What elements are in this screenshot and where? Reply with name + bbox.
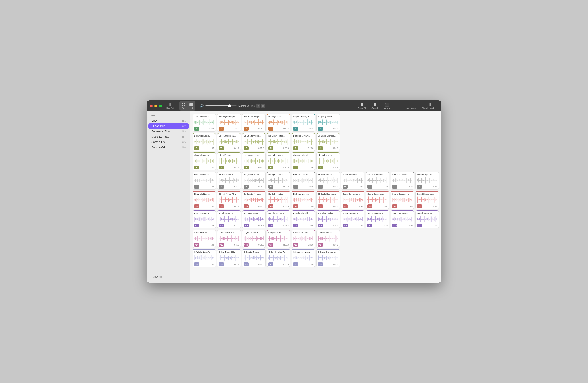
content-area: 2 minute drone w... 1 19:16 Remington 50… [190,111,441,283]
sidebar-item-ellicott[interactable]: Ellicott Mills... ⌘2 [148,124,189,129]
sidebar-item-rehearsal[interactable]: Rehearsal Flow ⌘3 [148,129,189,134]
pause-icon: ⏸ [360,103,364,106]
sound-tile[interactable]: Bb Half Notes 70... ⌥2 0:41.2 [217,191,241,209]
sound-tile[interactable]: Sound Sequence... . 2:43 [391,172,414,190]
sound-tile[interactable]: 2 minute drone w... 1 19:16 [193,114,216,132]
sound-tile[interactable]: Eb Quarter Notes... C 0:25.6 [242,172,266,190]
sound-tile[interactable]: G Whole Notes 7... ⌥Z 1:05 [193,249,216,267]
sound-tile[interactable]: Ab Quarter Notes... D 0:25.6 [242,152,266,170]
sound-tile[interactable]: Bb Scale Mini wit... ⌥5 0:19.4 [292,191,315,209]
waveform [194,254,214,262]
list-view-button[interactable]: List [188,102,195,110]
sound-tile[interactable]: G Scale Mini with... ⌥B 0:26.6 [292,249,315,267]
stop-all-button[interactable]: ⏹ Stop All [369,102,380,110]
sound-tile[interactable]: Ab Scale Exercise... H 0:30.9 [316,152,340,170]
sound-tile[interactable]: C Half Notes 70b... ⌥S 0:41.2 [217,230,241,248]
sound-tile[interactable]: F Eighth Notes 70... ⌥R 0:25.3 [267,211,290,228]
sound-tile[interactable]: Db Quarter Notes... E 0:25.6 [242,133,266,151]
sound-tile[interactable]: Remington 50bpm 2 1:28 [217,114,241,132]
sound-tile[interactable]: F Half Notes 70b... ⌥W 0:41.2 [217,211,241,228]
sound-tile[interactable]: Sound Sequence... ⌥8 2:42 [366,191,389,209]
sound-tile[interactable]: Ab Whole Notes... A 1:05 [193,152,216,170]
sound-tile[interactable]: Eb Whole Notes... Z 1:05 [193,172,216,190]
tile-duration: 0:26.6 [308,263,313,265]
sound-tile[interactable]: Sound Sequence... ⌥0 2:40 [415,191,439,209]
sound-tile[interactable]: Ab Scale Mini wit... G 0:26.6 [292,152,315,170]
sound-tile[interactable]: Db Scale Exercise... Y 0:30.9 [316,133,340,151]
volume-slider[interactable] [206,106,237,106]
ab-b-button[interactable]: B [261,104,265,108]
tile-duration: 0:25.3 [283,166,289,169]
new-set-button[interactable]: + New Set [150,275,163,278]
sound-tile[interactable]: Bb Quarter Notes... ⌥3 0:25.6 [242,191,266,209]
sound-tile[interactable]: C Scale Exercise i... ⌥H 0:30.9 [316,230,340,248]
sound-tile[interactable]: Ab Eighth Notes... F 0:25.3 [267,152,290,170]
tile-duration: 0:41.2 [234,263,239,265]
sound-tile[interactable]: G Eighth Notes 7... ⌥V 0:25.3 [267,249,290,267]
sound-tile[interactable]: Sound Sequence... ⌥9 2:45 [391,191,414,209]
sidebar-item-dnd[interactable]: DnD ⌘1 [148,118,189,124]
show-inspector-button[interactable]: Show Inspector [419,102,438,110]
sidebar-item-sample-list[interactable]: Sample List... ⌘5 [148,139,189,145]
sound-tile[interactable]: C Scale Mini with... ⌥G 0:26.6 [292,230,315,248]
sound-tile[interactable]: Ab Half Notes 70... S 0:41.2 [217,152,241,170]
minimize-button[interactable] [154,105,157,107]
tile-key: ⌥Z [194,262,199,266]
ab-a-button[interactable]: A [256,104,260,108]
waveform [417,196,437,204]
sound-tile[interactable]: Sound Sequence... ⌥I 2:42 [366,211,389,228]
sound-tile[interactable]: Db Half Notes 70... W 0:41.2 [217,133,241,151]
tile-title: Db Half Notes 70... [219,135,239,137]
tile-key: ⌥O [392,224,397,227]
sound-tile[interactable]: Db Scale Mini wit... T 0:26.6 [292,133,315,151]
sound-tile[interactable]: Sound Sequence... ⌥7 2:45 [341,191,364,209]
sound-tile[interactable]: Sound Sequence... , 2:40 [366,172,389,190]
add-sound-button[interactable]: ＋ Add Sound [403,101,418,111]
sound-tile[interactable]: Bb Eighth Notes... ⌥4 0:22.8 [267,191,290,209]
sound-tile[interactable]: Bb Whole Notes... ⌥1 1:05 [193,191,216,209]
sound-tile[interactable]: Db Whole Notes... Q 1:05 [193,133,216,151]
svg-rect-7 [189,104,193,105]
tile-duration: 0:22.8 [283,205,289,207]
sound-tile[interactable]: G Quarter Notes... ⌥C 0:25.6 [242,249,266,267]
grid-view-button[interactable]: Grid [180,102,187,110]
sound-tile[interactable]: F Scale Exercise i... ⌥Y 0:30.9 [316,211,340,228]
sidebar-item-music-ed[interactable]: Music Ed Tec... ⌘4 [148,134,189,139]
sound-tile[interactable]: C Quarter Notes... ⌥D 0:25.6 [242,230,266,248]
sound-tile[interactable]: Db Eighth Notes... R 0:25.3 [267,133,290,151]
tile-title: Eb Quarter Notes... [244,173,264,176]
sound-tile[interactable]: F Whole Notes 7... ⌥Q 1:05 [193,211,216,228]
sound-tile[interactable]: Eb Half Notes 70... X 0:41.2 [217,172,241,190]
sound-tile[interactable]: Sound Sequence... ⌥P 2:40 [415,211,439,228]
sound-tile[interactable]: Eb Scale Exercise... N 0:30.9 [316,172,340,190]
sound-tile[interactable]: F Quarter Notes... ⌥E 0:25.6 [242,211,266,228]
sound-tile[interactable]: G Half Notes 70b... ⌥X 0:41.2 [217,249,241,267]
sound-tile[interactable]: Eb Eighth Notes 7... V 0:25.3 [267,172,290,190]
sound-tile[interactable]: Remington 75bpm 3 0:58.3 [242,114,266,132]
tile-key: ⌥H [318,243,323,247]
tile-duration: 0:19.4 [308,205,313,207]
sound-tile[interactable]: F Scale Mini with... ⌥T 0:26.6 [292,211,315,228]
sound-tile[interactable]: G Scale Exercise i... ⌥N 0:30.9 [316,249,340,267]
sound-tile[interactable]: Sound Sequence... M 2:41 [341,172,364,190]
sound-tile[interactable]: Jeopardy-theme-... 6 0:33.2 [316,114,340,132]
fade-all-button[interactable]: ⬛ Fade All [381,102,393,110]
close-button[interactable] [150,105,153,107]
sound-tile[interactable]: C Eighth Notes 7... ⌥F 0:25.3 [267,230,290,248]
pause-all-button[interactable]: ⏸ Pause All [356,102,369,110]
sound-tile[interactable]: C Whole Notes 7... ⌥A 1:05 [193,230,216,248]
sound-tile[interactable]: Remington 100b... 4 0:43.7 [267,114,290,132]
sound-tile[interactable]: Sound Sequence... ⌥O 2:40 [391,211,414,228]
tile-key: ⌥2 [219,204,224,208]
tile-title: Bb Scale Mini wit... [293,193,313,195]
sound-tile[interactable]: Eb Scale Mini wit... B 0:26.6 [292,172,315,190]
waveform [318,196,338,204]
maximize-button[interactable] [159,105,162,107]
sidebar-item-sample-grid[interactable]: Sample Grid... ⌘6 [148,145,189,150]
delete-set-button[interactable]: − [165,275,167,279]
sound-tile[interactable]: Sound Sequence... ⌥U 2:40 [341,211,364,228]
sound-tile[interactable]: Sound Sequence... / 2:40 [415,172,439,190]
sound-tile[interactable]: Bb Scale Exercise... ⌥6 0:30.9 [316,191,340,209]
sound-tile[interactable]: Staples "Ea zsy B... 5 0:01.3 [292,114,315,132]
hide-sets-button[interactable]: Hide Sets [165,102,177,110]
